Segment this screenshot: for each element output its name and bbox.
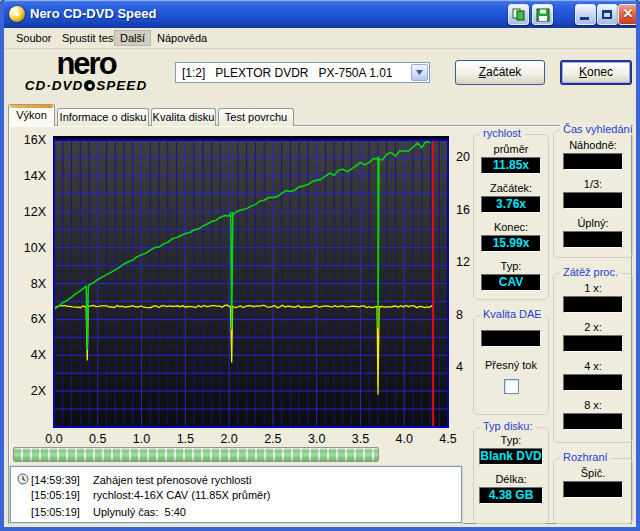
minimize-button[interactable]: [575, 4, 596, 25]
maximize-button[interactable]: [597, 4, 618, 25]
svg-text:10X: 10X: [24, 241, 47, 255]
chevron-down-icon: [416, 70, 423, 75]
nero-logo: nero CD·DVDSPEED: [16, 50, 156, 93]
nero-logo-text: nero: [16, 50, 156, 78]
cas-vyhledani-title: Čas vyhledání: [560, 123, 636, 135]
spic-value: [563, 481, 623, 498]
konec-label: Konec:: [474, 221, 548, 233]
rozhrani-group: Rozhraní Špič.: [553, 458, 633, 524]
zacatek-label: Začátek:: [474, 182, 548, 194]
svg-text:14X: 14X: [24, 169, 47, 183]
zacatek-value: 3.76x: [481, 196, 541, 213]
drive-select[interactable]: [1:2] PLEXTOR DVDR PX-750A 1.01: [175, 62, 430, 83]
svg-text:3.5: 3.5: [352, 432, 369, 446]
svg-text:4X: 4X: [31, 348, 47, 362]
svg-text:1.0: 1.0: [133, 432, 150, 446]
menu-dalsi[interactable]: Další: [114, 30, 151, 46]
svg-text:12X: 12X: [24, 205, 47, 219]
zatez-8x-value: [563, 413, 623, 430]
svg-text:6X: 6X: [31, 312, 47, 326]
svg-text:0.0: 0.0: [45, 432, 62, 446]
progress-bar: [13, 447, 379, 462]
copy-icon: [511, 7, 527, 23]
svg-text:0.5: 0.5: [89, 432, 106, 446]
typ-disku-group: Typ disku: Typ: Blank DVD Délka: 4.38 GB: [473, 427, 549, 524]
drive-select-arrow[interactable]: [411, 64, 428, 81]
spic-label: Špič.: [554, 467, 632, 479]
cas-vyhledani-group: Čas vyhledání Náhodně: 1/3: Úplný:: [553, 130, 633, 258]
delka-label: Délka:: [474, 473, 548, 485]
uplny-label: Úplný:: [554, 217, 632, 229]
zatez-1x-value: [563, 296, 623, 313]
zatez-proc-group: Zátěž proc. 1 x: 2 x: 4 x: 8 x:: [553, 273, 633, 443]
kvalita-dae-value: [481, 330, 541, 347]
prumer-label: průměr: [474, 143, 548, 155]
save-button[interactable]: [532, 4, 553, 25]
zatez-2x-value: [563, 335, 623, 352]
kvalita-dae-title: Kvalita DAE: [480, 308, 545, 320]
clock-icon: [17, 473, 29, 485]
zatez-4x-label: 4 x:: [554, 360, 632, 372]
app-icon[interactable]: [9, 6, 25, 22]
disk-typ-label: Typ:: [474, 434, 548, 446]
disc-icon: [84, 80, 95, 91]
log-line: [14:59:39]Zahájen test přenosové rychlos…: [17, 472, 251, 486]
konec-value: 15.99x: [481, 235, 541, 252]
zatez-proc-title: Zátěž proc.: [560, 266, 621, 278]
svg-text:8: 8: [456, 308, 463, 322]
svg-text:2.0: 2.0: [220, 432, 237, 446]
svg-text:4.5: 4.5: [439, 432, 456, 446]
svg-text:3.0: 3.0: [308, 432, 325, 446]
svg-text:4.0: 4.0: [396, 432, 413, 446]
log-line: [15:05:19]Uplynulý čas: 5:40: [31, 506, 186, 518]
uplny-value: [563, 231, 623, 248]
tretina-value: [563, 192, 623, 209]
svg-text:8X: 8X: [31, 277, 47, 291]
svg-text:20: 20: [456, 150, 470, 164]
tab-test-povrchu[interactable]: Test povrchu: [218, 108, 294, 126]
log-line: [15:05:19]rychlost:4-16X CAV (11.85X prů…: [31, 489, 271, 501]
zatez-4x-value: [563, 374, 623, 391]
rozhrani-title: Rozhraní: [560, 451, 611, 463]
close-button[interactable]: ✕: [618, 4, 638, 25]
kvalita-dae-group: Kvalita DAE Přesný tok: [473, 315, 549, 415]
menu-spustit-test[interactable]: Spustit test: [56, 30, 122, 46]
window-title: Nero CD-DVD Speed: [30, 6, 156, 21]
tab-kvalita-disku[interactable]: Kvalita disku: [151, 108, 216, 126]
cddvd-speed-text: CD·DVDSPEED: [16, 78, 156, 93]
tretina-label: 1/3:: [554, 178, 632, 190]
svg-text:4: 4: [456, 360, 463, 374]
title-bar: Nero CD-DVD Speed ✕: [0, 0, 640, 28]
delka-value: 4.38 GB: [479, 487, 543, 504]
app-window: Nero CD-DVD Speed ✕ Soubor Spustit test …: [0, 0, 640, 531]
presny-tok-checkbox[interactable]: [504, 379, 519, 394]
svg-text:1.5: 1.5: [177, 432, 194, 446]
rychlost-title: rychlost: [480, 127, 524, 139]
maximize-icon: [602, 10, 612, 19]
rychlost-group: rychlost průměr 11.85x Začátek: 3.76x Ko…: [473, 134, 549, 300]
tab-informace-o-disku[interactable]: Informace o disku: [57, 108, 149, 126]
typ-value: CAV: [481, 274, 541, 291]
transfer-rate-chart: 2X4X6X8X10X12X14X16X481216200.00.51.01.5…: [8, 126, 470, 446]
drive-select-value: [1:2] PLEXTOR DVDR PX-750A 1.01: [182, 66, 393, 80]
copy-button[interactable]: [508, 4, 529, 25]
nahodne-value: [563, 153, 623, 170]
menu-soubor[interactable]: Soubor: [10, 30, 57, 46]
start-button[interactable]: Začátek: [455, 60, 545, 85]
svg-text:16X: 16X: [24, 133, 47, 147]
svg-text:2.5: 2.5: [264, 432, 281, 446]
menu-napoveda[interactable]: Nápověda: [151, 30, 213, 46]
save-icon: [535, 7, 551, 23]
presny-tok-label: Přesný tok: [474, 359, 548, 371]
svg-text:2X: 2X: [31, 384, 47, 398]
typ-label: Typ:: [474, 260, 548, 272]
close-icon: ✕: [619, 6, 637, 21]
svg-text:12: 12: [456, 255, 470, 269]
zatez-1x-label: 1 x:: [554, 282, 632, 294]
tab-vykon[interactable]: Výkon: [8, 104, 55, 126]
log-listbox[interactable]: [14:59:39]Zahájen test přenosové rychlos…: [10, 466, 462, 523]
stop-button[interactable]: Konec: [560, 60, 632, 85]
nahodne-label: Náhodně:: [554, 139, 632, 151]
zatez-2x-label: 2 x:: [554, 321, 632, 333]
svg-text:16: 16: [456, 203, 470, 217]
